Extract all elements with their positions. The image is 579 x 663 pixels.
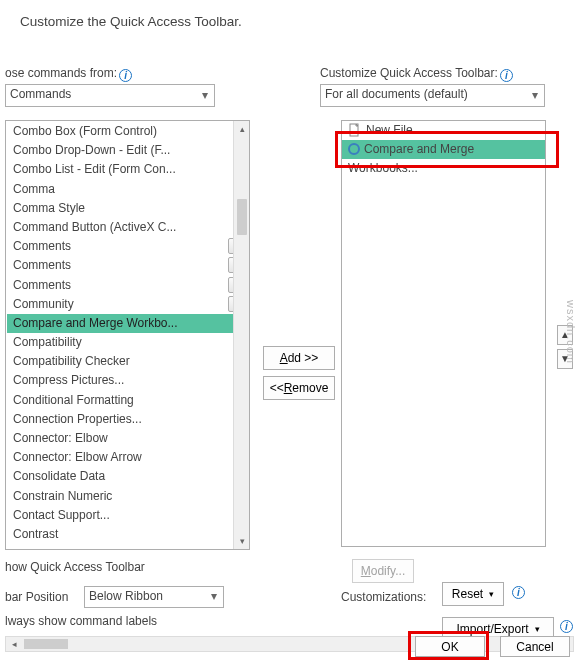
- list-item[interactable]: Connector: Elbow: [7, 429, 248, 448]
- list-item[interactable]: New File: [342, 121, 545, 140]
- list-item[interactable]: Community▾: [7, 295, 248, 314]
- list-item[interactable]: Command Button (ActiveX C...: [7, 218, 248, 237]
- scroll-down-icon[interactable]: ▾: [234, 533, 250, 549]
- toolbar-position-select[interactable]: Below Ribbon: [84, 586, 224, 608]
- list-item[interactable]: Connection Properties...: [7, 410, 248, 429]
- list-item-label: Compare and Merge Workbooks...: [348, 142, 474, 175]
- list-item[interactable]: Compare and Merge Workbooks...: [342, 140, 545, 159]
- list-item[interactable]: Combo List - Edit (Form Con...: [7, 160, 248, 179]
- customize-qat-select[interactable]: For all documents (default): [320, 84, 545, 107]
- list-item[interactable]: Contact Support...: [7, 506, 248, 525]
- watermark: wsxdn.com: [565, 300, 577, 364]
- toolbar-position-label: bar Position: [5, 590, 68, 604]
- list-item-label: New File: [366, 123, 413, 137]
- list-item[interactable]: Compress Pictures...: [7, 371, 248, 390]
- list-item[interactable]: Comma Style: [7, 199, 248, 218]
- list-item[interactable]: Consolidate Data: [7, 467, 248, 486]
- list-item[interactable]: Conditional Formatting: [7, 391, 248, 410]
- scroll-thumb[interactable]: [237, 199, 247, 235]
- compare-merge-icon: [348, 143, 360, 155]
- commands-listbox[interactable]: Combo Box (Form Control)Combo Drop-Down …: [5, 120, 250, 550]
- list-item[interactable]: Compatibility: [7, 333, 248, 352]
- info-icon[interactable]: i: [512, 586, 525, 599]
- scroll-left-icon[interactable]: ◂: [6, 637, 22, 651]
- list-item[interactable]: Combo Box (Form Control): [7, 122, 248, 141]
- list-item[interactable]: Compatibility Checker: [7, 352, 248, 371]
- scroll-up-icon[interactable]: ▴: [234, 121, 250, 137]
- scrollbar-horizontal[interactable]: ◂ ▸: [5, 636, 574, 652]
- info-icon[interactable]: i: [560, 620, 573, 633]
- list-item[interactable]: Comments▾: [7, 237, 248, 256]
- customizations-label: Customizations:: [341, 590, 426, 604]
- info-icon[interactable]: i: [500, 69, 513, 82]
- list-item[interactable]: Connector: Elbow Arrow: [7, 448, 248, 467]
- list-item[interactable]: Compare and Merge Workbo...: [7, 314, 248, 333]
- qat-listbox[interactable]: New FileCompare and Merge Workbooks...: [341, 120, 546, 547]
- scrollbar-vertical[interactable]: ▴ ▾: [233, 121, 249, 549]
- document-icon: [348, 123, 366, 137]
- show-qat-label: how Quick Access Toolbar: [5, 560, 145, 574]
- modify-button: Modify...: [352, 559, 414, 583]
- info-icon[interactable]: i: [119, 69, 132, 82]
- add-button[interactable]: Add >>: [263, 346, 335, 370]
- reset-button[interactable]: Reset: [442, 582, 504, 606]
- dialog-title: Customize the Quick Access Toolbar.: [20, 14, 242, 29]
- remove-button[interactable]: << Remove: [263, 376, 335, 400]
- list-item[interactable]: Comments▾: [7, 256, 248, 275]
- always-show-label: lways show command labels: [5, 614, 157, 628]
- list-item[interactable]: Combo Drop-Down - Edit (F...: [7, 141, 248, 160]
- customize-qat-label: Customize Quick Access Toolbar:i: [320, 66, 513, 82]
- list-item[interactable]: Comments▾: [7, 276, 248, 295]
- choose-commands-select[interactable]: Commands: [5, 84, 215, 107]
- list-item[interactable]: Contrast: [7, 525, 248, 544]
- cancel-button[interactable]: Cancel: [500, 636, 570, 657]
- list-item[interactable]: Constrain Numeric: [7, 487, 248, 506]
- list-item[interactable]: Comma: [7, 180, 248, 199]
- ok-button[interactable]: OK: [415, 636, 485, 657]
- choose-commands-label: ose commands from:i: [5, 66, 132, 82]
- scroll-thumb[interactable]: [24, 639, 68, 649]
